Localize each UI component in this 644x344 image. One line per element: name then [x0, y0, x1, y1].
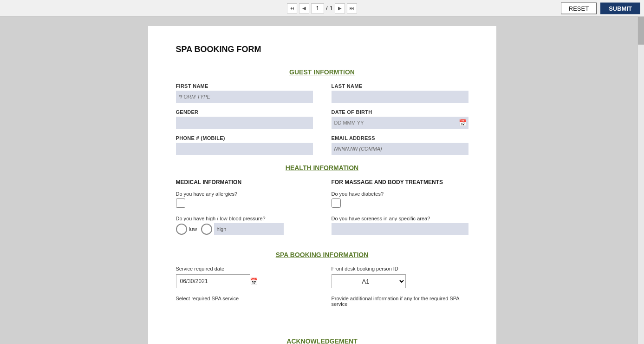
submit-button[interactable]: SUBMIT: [600, 2, 640, 14]
service-date-label: Service required date: [176, 266, 313, 271]
guest-section-header: GUEST INFORMTION: [176, 68, 468, 76]
dob-wrapper: 📅: [332, 117, 468, 129]
phone-label: PHONE # (MOBILE): [176, 135, 313, 141]
massage-label: FOR MASSAGE AND BODY TREATMENTS: [332, 179, 468, 185]
dob-label: DATE OF BIRTH: [332, 109, 468, 115]
front-desk-label: Front desk booking person ID: [332, 266, 468, 271]
low-option: low: [176, 224, 197, 235]
dob-calendar-icon[interactable]: 📅: [459, 119, 467, 126]
health-section: HEALTH INFORMATION MEDICAL INFORMATION D…: [176, 164, 468, 242]
booking-two-col: Service required date 📅 Select required …: [176, 266, 468, 310]
blood-pressure-label: Do you have high / low blood pressure?: [176, 216, 313, 221]
allergies-checkbox[interactable]: [176, 198, 185, 208]
medical-col: MEDICAL INFORMATION Do you have any alle…: [176, 179, 313, 242]
top-bar-actions: RESET SUBMIT: [561, 2, 640, 14]
page-number-input[interactable]: 1: [311, 3, 324, 13]
prev-page-button[interactable]: ◀: [299, 3, 309, 13]
blood-pressure-row: Do you have high / low blood pressure? l…: [176, 216, 313, 235]
top-bar: ⏮ ◀ 1 / 1 ▶ ⏭ RESET SUBMIT: [0, 0, 644, 17]
reset-button[interactable]: RESET: [561, 2, 597, 14]
gender-input[interactable]: [176, 117, 313, 129]
soreness-row: Do you have soreness in any specific are…: [332, 216, 468, 235]
phone-col: PHONE # (MOBILE): [176, 135, 313, 155]
blood-pressure-group: low: [176, 223, 313, 235]
high-option: [201, 223, 284, 235]
email-label: EMAIL ADDRESS: [332, 135, 468, 141]
booking-right-col: Front desk booking person ID A1 A2 A3 B1…: [332, 266, 468, 310]
first-name-col: FIRST NAME: [176, 83, 313, 103]
service-date-input[interactable]: [180, 278, 250, 284]
diabetes-row: Do you have diabetes?: [332, 191, 468, 209]
medical-label: MEDICAL INFORMATION: [176, 179, 313, 185]
first-page-button[interactable]: ⏮: [287, 3, 297, 13]
high-radio[interactable]: [201, 224, 212, 235]
gender-col: GENDER: [176, 109, 313, 129]
gender-dob-row: GENDER DATE OF BIRTH 📅: [176, 109, 468, 129]
dob-col: DATE OF BIRTH 📅: [332, 109, 468, 129]
last-page-button[interactable]: ⏭: [347, 3, 357, 13]
allergies-row: Do you have any allergies?: [176, 191, 313, 209]
massage-col: FOR MASSAGE AND BODY TREATMENTS Do you h…: [332, 179, 468, 242]
dob-input[interactable]: [332, 117, 459, 129]
gender-label: GENDER: [176, 109, 313, 115]
phone-email-row: PHONE # (MOBILE) EMAIL ADDRESS: [176, 135, 468, 155]
email-col: EMAIL ADDRESS: [332, 135, 468, 155]
page-separator: /: [326, 5, 328, 12]
booking-left-col: Service required date 📅 Select required …: [176, 266, 313, 310]
booking-section-header: SPA BOOKING INFORMATION: [176, 251, 468, 258]
phone-input[interactable]: [176, 143, 313, 155]
scrollbar-track: [637, 17, 644, 344]
additional-info-label: Provide additional information if any fo…: [332, 296, 468, 307]
soreness-input[interactable]: [332, 223, 468, 235]
service-date-calendar-icon[interactable]: 📅: [250, 278, 258, 285]
high-text-input[interactable]: [214, 223, 284, 235]
low-radio[interactable]: [176, 224, 187, 235]
front-desk-dropdown-wrapper: A1 A2 A3 B1: [332, 274, 406, 288]
front-desk-select[interactable]: A1 A2 A3 B1: [332, 278, 405, 285]
pagination-controls: ⏮ ◀ 1 / 1 ▶ ⏭: [287, 3, 357, 13]
acknowledgement-header: ACKNOWLEDGEMENT: [176, 337, 468, 344]
last-name-label: LAST NAME: [332, 83, 468, 89]
first-name-label: FIRST NAME: [176, 83, 313, 89]
low-label: low: [189, 226, 197, 232]
form-paper: SPA BOOKING FORM GUEST INFORMTION FIRST …: [148, 26, 496, 344]
diabetes-label: Do you have diabetes?: [332, 191, 468, 197]
last-name-input[interactable]: [332, 91, 468, 103]
scrollbar-thumb[interactable]: [638, 17, 644, 45]
acknowledgement-section: ACKNOWLEDGEMENT I willingly agree to com…: [176, 337, 468, 344]
booking-section: SPA BOOKING INFORMATION Service required…: [176, 251, 468, 310]
service-date-wrapper: 📅: [176, 274, 250, 288]
health-two-col: MEDICAL INFORMATION Do you have any alle…: [176, 179, 468, 242]
spa-service-label: Select required SPA service: [176, 296, 313, 301]
last-name-col: LAST NAME: [332, 83, 468, 103]
form-title: SPA BOOKING FORM: [176, 45, 468, 54]
email-input[interactable]: [332, 143, 468, 155]
allergies-label: Do you have any allergies?: [176, 191, 313, 197]
next-page-button[interactable]: ▶: [335, 3, 345, 13]
name-row: FIRST NAME LAST NAME: [176, 83, 468, 103]
main-area: SPA BOOKING FORM GUEST INFORMTION FIRST …: [0, 17, 644, 344]
first-name-input[interactable]: [176, 91, 313, 103]
soreness-label: Do you have soreness in any specific are…: [332, 216, 468, 221]
health-section-header: HEALTH INFORMATION: [176, 164, 468, 172]
total-pages: 1: [330, 5, 333, 12]
diabetes-checkbox[interactable]: [332, 198, 341, 208]
